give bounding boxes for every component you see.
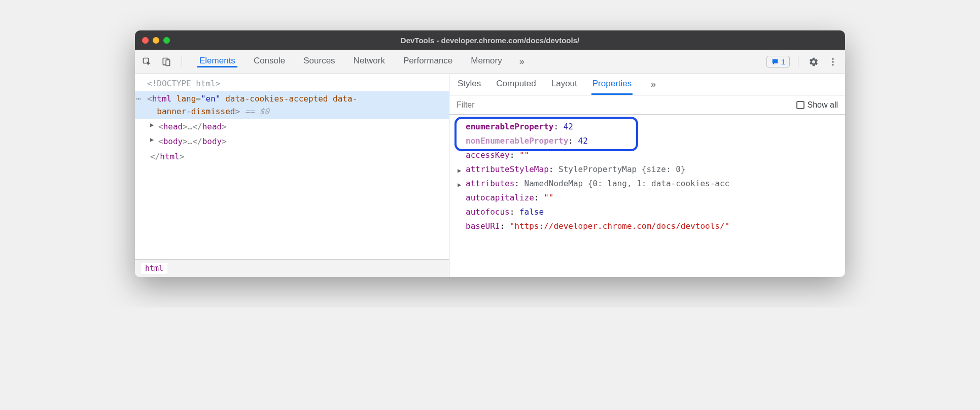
devtools-window: DevTools - developer.chrome.com/docs/dev… [135,30,845,277]
dom-doctype[interactable]: <!DOCTYPE html> [135,76,449,91]
zoom-window-button[interactable] [163,37,170,44]
property-value: StylePropertyMap {size: 0} [558,164,685,174]
property-key: enumerableProperty [466,122,553,131]
close-window-button[interactable] [142,37,149,44]
property-row[interactable]: ▶attributeStyleMap: StylePropertyMap {si… [458,162,837,177]
more-menu-icon[interactable] [826,55,840,69]
svg-point-5 [832,64,833,65]
content-area: <!DOCTYPE html> ⋯ <html lang="en" data-c… [135,74,845,277]
toolbar-right: 1 [766,55,840,69]
tab-memory[interactable]: Memory [469,56,504,67]
expand-icon[interactable]: ▶ [458,180,461,190]
property-value: 42 [564,122,573,131]
tab-performance[interactable]: Performance [401,56,454,67]
side-panel: StylesComputedLayoutProperties» Show all… [449,74,845,277]
side-tab-computed[interactable]: Computed [495,74,537,95]
tab-elements[interactable]: Elements [197,56,237,67]
property-value: false [519,207,544,217]
side-tabs: StylesComputedLayoutProperties» [449,74,845,95]
property-value: 42 [578,136,588,146]
property-value: "https://developer.chrome.com/docs/devto… [510,221,729,231]
issues-button[interactable]: 1 [766,56,790,67]
main-tabs: ElementsConsoleSourcesNetworkPerformance… [197,56,504,67]
property-key: baseURI [466,221,500,231]
inspect-element-icon[interactable] [140,55,154,69]
property-row[interactable]: enumerableProperty: 42 [458,120,837,134]
checkbox-icon [796,101,804,109]
property-key: accessKey [466,150,510,160]
dom-html-open[interactable]: ⋯ <html lang="en" data-cookies-accepted … [135,91,449,119]
show-all-checkbox[interactable]: Show all [796,100,838,110]
elements-panel: <!DOCTYPE html> ⋯ <html lang="en" data-c… [135,74,449,277]
ellipsis-icon: ⋯ [136,92,141,106]
settings-icon[interactable] [807,55,821,69]
breadcrumb: html [135,259,449,277]
dom-head[interactable]: ▶ <head>…</head> [135,119,449,134]
property-value: "" [544,193,553,202]
side-tab-properties[interactable]: Properties [591,74,633,95]
filter-bar: Show all [449,95,845,115]
expand-icon[interactable]: ▶ [458,165,461,176]
dom-html-close[interactable]: </html> [135,149,449,164]
titlebar: DevTools - developer.chrome.com/docs/dev… [135,30,845,50]
tab-sources[interactable]: Sources [301,56,337,67]
traffic-lights [142,37,170,44]
properties-list[interactable]: enumerableProperty: 42nonEnumerablePrope… [449,115,845,277]
tab-console[interactable]: Console [252,56,287,67]
svg-point-3 [832,58,833,59]
main-toolbar: ElementsConsoleSourcesNetworkPerformance… [135,50,845,74]
svg-rect-2 [166,59,170,65]
property-key: autofocus [466,207,510,217]
divider [182,56,182,67]
property-key: nonEnumerableProperty [466,136,568,146]
side-tab-styles[interactable]: Styles [457,74,482,95]
more-tabs-icon[interactable]: » [519,56,524,67]
more-side-tabs-icon[interactable]: » [651,79,656,90]
filter-input[interactable] [457,100,790,110]
tab-network[interactable]: Network [352,56,387,67]
expand-icon[interactable]: ▶ [150,135,154,145]
issues-count: 1 [781,57,785,66]
expand-icon[interactable]: ▶ [150,120,154,130]
property-row[interactable]: autofocus: false [458,205,837,219]
show-all-label: Show all [808,100,838,110]
property-row[interactable]: nonEnumerableProperty: 42 [458,134,837,148]
property-row[interactable]: autocapitalize: "" [458,191,837,205]
property-value: NamedNodeMap {0: lang, 1: data-cookies-a… [524,179,730,188]
breadcrumb-html[interactable]: html [141,263,167,274]
property-key: autocapitalize [466,193,534,202]
property-row[interactable]: baseURI: "https://developer.chrome.com/d… [458,219,837,233]
side-tab-layout[interactable]: Layout [550,74,578,95]
device-toggle-icon[interactable] [159,55,173,69]
property-key: attributeStyleMap [466,164,549,174]
property-row[interactable]: ▶attributes: NamedNodeMap {0: lang, 1: d… [458,177,837,191]
divider [798,56,798,67]
toolbar-left: ElementsConsoleSourcesNetworkPerformance… [140,55,524,69]
property-value: "" [519,150,529,160]
svg-point-4 [832,61,833,62]
chat-icon [771,58,779,66]
property-key: attributes [466,179,514,188]
minimize-window-button[interactable] [153,37,159,44]
property-row[interactable]: accessKey: "" [458,148,837,162]
dom-body[interactable]: ▶ <body>…</body> [135,134,449,149]
window-title: DevTools - developer.chrome.com/docs/dev… [135,36,845,45]
dom-tree[interactable]: <!DOCTYPE html> ⋯ <html lang="en" data-c… [135,74,449,259]
